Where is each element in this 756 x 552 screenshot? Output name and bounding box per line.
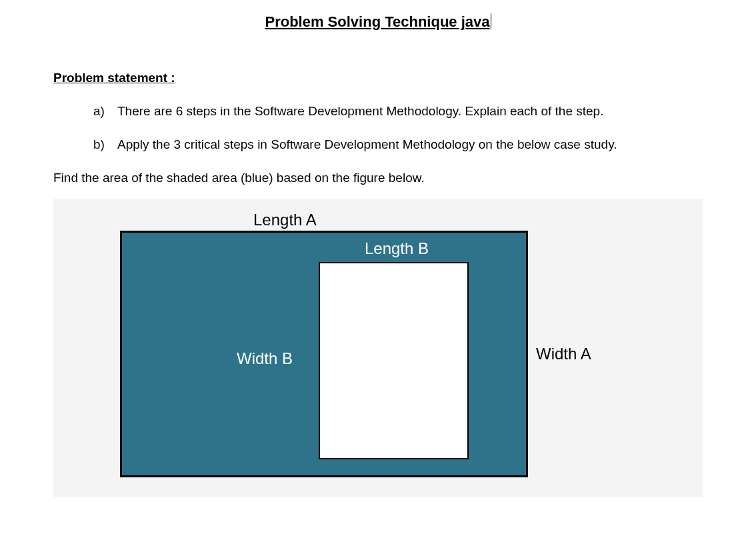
list-content-b: Apply the 3 critical steps in Software D… xyxy=(117,137,703,152)
section-heading: Problem statement : xyxy=(53,71,703,85)
label-length-b: Length B xyxy=(323,239,470,258)
list-marker-a: a) xyxy=(93,104,117,119)
text-cursor xyxy=(491,13,491,29)
inner-rectangle xyxy=(319,262,469,459)
label-length-a: Length A xyxy=(253,211,676,229)
figure-body: Length B Width B Width A xyxy=(120,231,676,477)
label-width-a: Width A xyxy=(536,345,591,363)
label-width-b: Width B xyxy=(237,349,293,368)
title-text: Problem Solving Technique java xyxy=(265,13,489,30)
outer-rectangle: Length B Width B xyxy=(120,231,528,477)
list-content-a: There are 6 steps in the Software Develo… xyxy=(117,104,703,119)
document-title: Problem Solving Technique java xyxy=(53,13,703,31)
case-study-paragraph: Find the area of the shaded area (blue) … xyxy=(53,171,703,185)
list-item: a) There are 6 steps in the Software Dev… xyxy=(93,104,703,119)
figure-container: Length A Length B Width B Width A xyxy=(53,199,703,497)
list-marker-b: b) xyxy=(93,137,117,152)
list-item: b) Apply the 3 critical steps in Softwar… xyxy=(93,137,703,152)
